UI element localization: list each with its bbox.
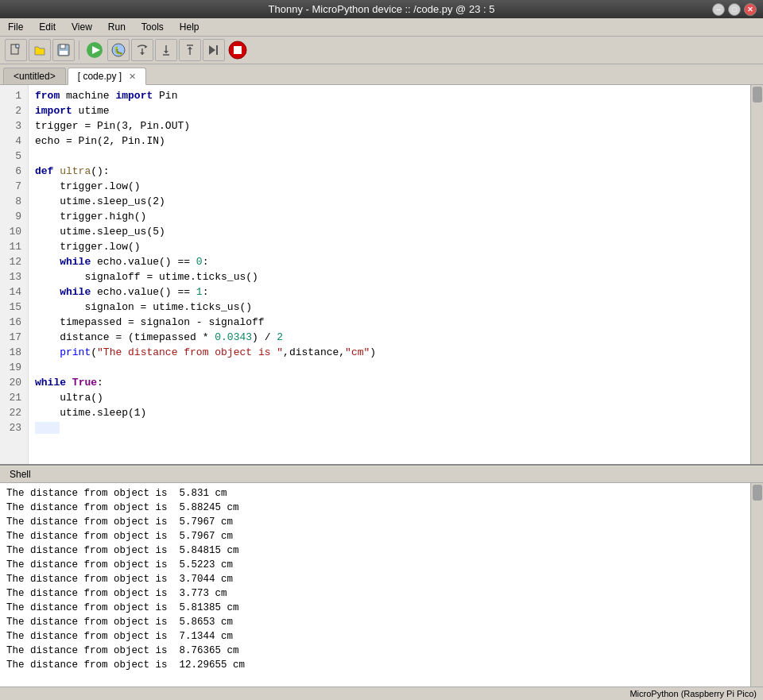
stop-button[interactable]: [227, 39, 249, 61]
statusbar-text: MicroPython (Raspberry Pi Pico): [629, 689, 757, 698]
menu-edit[interactable]: Edit: [31, 20, 64, 34]
svg-marker-16: [188, 47, 192, 49]
tab-untitled[interactable]: <untitled>: [3, 68, 66, 84]
menu-file[interactable]: File: [0, 20, 31, 34]
line-numbers: 1 2 3 4 5 6 7 8 9 10 11 12 13 14 15 16 1…: [0, 85, 29, 464]
editor-area: 1 2 3 4 5 6 7 8 9 10 11 12 13 14 15 16 1…: [0, 85, 763, 464]
minimize-button[interactable]: –: [712, 3, 725, 16]
step-into-button[interactable]: [155, 39, 177, 61]
shell-tab-label: Shell: [10, 469, 31, 480]
svg-marker-18: [209, 45, 215, 55]
resume-button[interactable]: [203, 39, 225, 61]
tabs: <untitled> [ code.py ] ✕: [0, 64, 763, 85]
editor-scrollbar[interactable]: [750, 85, 763, 464]
step-over-button[interactable]: [131, 39, 153, 61]
statusbar: MicroPython (Raspberry Pi Pico): [0, 686, 763, 700]
shell-tab[interactable]: Shell: [0, 466, 763, 483]
new-button[interactable]: [5, 39, 27, 61]
close-button[interactable]: ✕: [744, 3, 757, 16]
code-editor[interactable]: from machine import Pin import utime tri…: [29, 85, 750, 464]
svg-text:🐛: 🐛: [114, 45, 124, 56]
shell-scrollbar[interactable]: [750, 483, 763, 686]
tab-close-icon[interactable]: ✕: [129, 72, 136, 81]
menu-view[interactable]: View: [64, 20, 100, 34]
menubar: File Edit View Run Tools Help: [0, 18, 763, 37]
shell-panel: Shell The distance from object is 5.831 …: [0, 464, 763, 686]
editor-container: 1 2 3 4 5 6 7 8 9 10 11 12 13 14 15 16 1…: [0, 85, 763, 464]
run-button[interactable]: [83, 39, 106, 61]
debug-button[interactable]: 🐛: [107, 39, 130, 61]
titlebar: Thonny - MicroPython device :: /code.py …: [0, 0, 763, 18]
toolbar: 🐛: [0, 37, 763, 64]
svg-rect-21: [234, 46, 242, 54]
svg-rect-1: [16, 44, 19, 48]
menu-tools[interactable]: Tools: [134, 20, 172, 34]
open-button[interactable]: [29, 39, 51, 61]
svg-rect-3: [60, 44, 65, 48]
menu-help[interactable]: Help: [172, 20, 207, 34]
menu-run[interactable]: Run: [100, 20, 134, 34]
titlebar-buttons: – □ ✕: [712, 3, 757, 16]
shell-row: The distance from object is 5.831 cm The…: [0, 483, 763, 686]
save-button[interactable]: [52, 39, 75, 61]
svg-marker-13: [164, 51, 168, 53]
titlebar-title: Thonny - MicroPython device :: /code.py …: [269, 3, 495, 15]
tab-codepy[interactable]: [ code.py ] ✕: [68, 68, 147, 85]
maximize-button[interactable]: □: [728, 3, 741, 16]
svg-marker-11: [140, 52, 145, 55]
shell-output[interactable]: The distance from object is 5.831 cm The…: [0, 483, 750, 686]
svg-rect-4: [60, 51, 68, 55]
toolbar-sep1: [79, 41, 79, 60]
step-out-button[interactable]: [179, 39, 201, 61]
